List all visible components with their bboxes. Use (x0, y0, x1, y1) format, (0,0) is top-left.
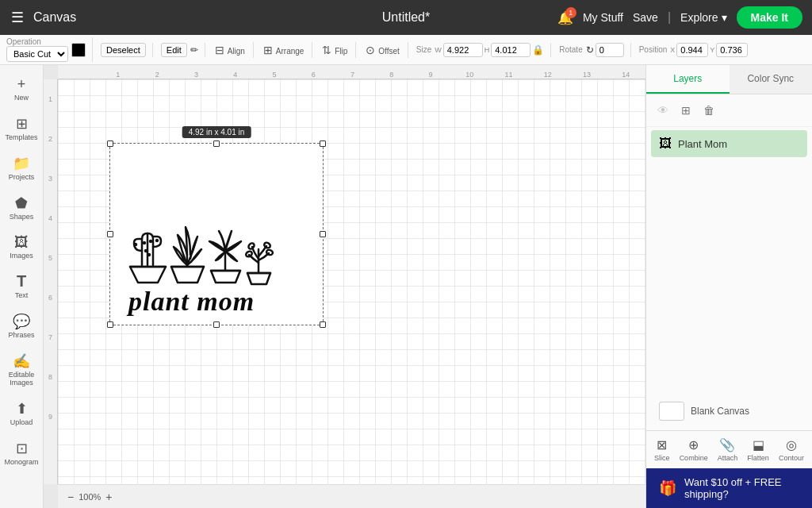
pencil-icon: ✏ (190, 44, 198, 56)
layer-item-icon: 🖼 (659, 137, 672, 151)
toolbar-offset: ⊙ Offset (364, 42, 408, 58)
sidebar-item-upload-label: Upload (10, 419, 33, 427)
toolbar-arrange: ⊞ Arrange (262, 42, 312, 58)
notification-bell[interactable]: 🔔 1 (557, 10, 573, 25)
align-icon: ⊟ (215, 44, 224, 56)
canvas-area[interactable]: 1 2 3 4 5 6 7 8 9 10 11 12 13 14 1 2 3 4… (44, 65, 645, 508)
tab-color-sync[interactable]: Color Sync (730, 65, 813, 94)
layer-item-label: Plant Mom (678, 138, 727, 150)
operation-label: Operation (6, 37, 68, 46)
operation-select[interactable]: Basic Cut (6, 46, 68, 62)
lock-icon[interactable]: 🔒 (532, 44, 544, 56)
zoom-percent: 100% (79, 492, 101, 502)
deselect-button[interactable]: Deselect (101, 43, 146, 57)
slice-button[interactable]: ⊠ Slice (654, 437, 670, 462)
layer-hide-button[interactable]: 👁 (654, 101, 672, 120)
edit-button[interactable]: Edit (161, 43, 187, 57)
rotate-icon: ↻ (586, 44, 594, 56)
zoom-in-button[interactable]: + (105, 491, 112, 503)
promo-text: Want $10 off + FREE shipping? (684, 476, 799, 500)
explore-button[interactable]: Explore ▾ (680, 11, 726, 24)
sidebar-item-templates[interactable]: ⊞ Templates (2, 110, 40, 147)
sidebar-item-projects-label: Projects (9, 174, 35, 182)
sidebar-item-images[interactable]: 🖼 Images (2, 229, 40, 265)
sidebar-item-monogram[interactable]: ⊡ Monogram (2, 435, 40, 471)
zoom-out-button[interactable]: − (67, 491, 74, 503)
contour-icon: ◎ (786, 437, 797, 452)
handle-top-left[interactable] (107, 140, 113, 147)
flatten-button[interactable]: ⬓ Flatten (747, 437, 769, 462)
attach-icon: 📎 (719, 437, 735, 452)
sidebar-item-text[interactable]: T Text (2, 267, 40, 305)
layer-bottom-actions: ⊠ Slice ⊕ Combine 📎 Attach ⬓ Flatten ◎ C… (646, 430, 812, 468)
attach-button[interactable]: 📎 Attach (718, 437, 738, 462)
handle-top-mid[interactable] (213, 140, 220, 147)
handle-bottom-right[interactable] (320, 321, 326, 328)
svg-text:plant mom: plant mom (126, 287, 255, 316)
combine-button[interactable]: ⊕ Combine (680, 437, 708, 462)
toolbar-rotate: Rotate ↻ (559, 43, 630, 57)
make-it-button[interactable]: Make It (737, 6, 802, 29)
arrange-icon: ⊞ (263, 44, 273, 56)
sidebar-item-new[interactable]: + New (2, 71, 40, 107)
position-label: Position (639, 45, 668, 54)
sidebar-item-monogram-label: Monogram (4, 459, 38, 467)
rotate-input[interactable] (596, 43, 624, 57)
handle-right-mid[interactable] (320, 231, 326, 237)
menu-icon[interactable]: ☰ (10, 7, 25, 28)
flip-button[interactable]: ⇅ Flip (320, 42, 349, 58)
sidebar-item-projects[interactable]: 📁 Projects (2, 150, 40, 187)
handle-left-mid[interactable] (107, 231, 113, 237)
toolbar-size: Size W H 🔒 (416, 43, 551, 57)
toolbar-align: ⊟ Align (213, 42, 254, 58)
pos-x-input[interactable] (676, 43, 708, 57)
sidebar-item-editable[interactable]: ✍ Editable Images (2, 348, 40, 392)
svg-point-7 (156, 240, 158, 241)
images-icon: 🖼 (14, 234, 29, 251)
left-sidebar: + New ⊞ Templates 📁 Projects ⬟ Shapes 🖼 … (0, 65, 44, 508)
design-selection-box[interactable]: 4.92 in x 4.01 in (109, 143, 324, 325)
svg-point-4 (145, 250, 147, 252)
handle-bottom-mid[interactable] (213, 321, 220, 328)
toolbar-operation: Operation Basic Cut (6, 37, 93, 62)
blank-canvas-swatch (659, 402, 684, 421)
sidebar-item-images-label: Images (10, 252, 33, 260)
layer-delete-button[interactable]: 🗑 (700, 101, 718, 120)
sidebar-item-shapes[interactable]: ⬟ Shapes (2, 190, 40, 226)
blank-canvas-row: Blank Canvas (651, 395, 807, 427)
flatten-icon: ⬓ (753, 437, 764, 452)
handle-top-right[interactable] (320, 140, 326, 147)
offset-button[interactable]: ⊙ Offset (364, 42, 400, 58)
sidebar-item-text-label: Text (15, 292, 29, 300)
toolbar-deselect: Deselect (101, 43, 153, 57)
save-button[interactable]: Save (633, 11, 658, 24)
zoom-bar: − 100% + (58, 484, 645, 508)
sidebar-item-new-label: New (14, 94, 29, 102)
design-dimensions-label: 4.92 in x 4.01 in (182, 126, 251, 138)
plus-icon: + (17, 76, 26, 93)
offset-icon: ⊙ (366, 44, 375, 56)
app-title: Canvas (33, 10, 76, 25)
handle-bottom-left[interactable] (107, 321, 113, 328)
svg-point-3 (150, 241, 151, 242)
svg-point-16 (266, 249, 273, 256)
color-swatch[interactable] (71, 43, 86, 57)
tab-layers[interactable]: Layers (646, 65, 730, 94)
sidebar-item-phrases[interactable]: 💬 Phrases (2, 308, 40, 344)
sidebar-item-upload[interactable]: ⬆ Upload (2, 395, 40, 432)
size-w-input[interactable] (443, 43, 483, 57)
promo-banner[interactable]: 🎁 Want $10 off + FREE shipping? (646, 468, 812, 508)
pos-y-input[interactable] (716, 43, 748, 57)
toolbar-edit: Edit ✏ (161, 43, 205, 57)
contour-button[interactable]: ◎ Contour (779, 437, 804, 462)
layer-item-plant-mom[interactable]: 🖼 Plant Mom (651, 130, 807, 157)
ruler-top: 1 2 3 4 5 6 7 8 9 10 11 12 13 14 (58, 65, 645, 79)
phrases-icon: 💬 (13, 313, 30, 330)
layer-duplicate-button[interactable]: ⊞ (678, 101, 694, 120)
arrange-button[interactable]: ⊞ Arrange (262, 42, 305, 58)
align-button[interactable]: ⊟ Align (213, 42, 247, 58)
top-navigation: ☰ Canvas Untitled* 🔔 1 My Stuff Save | E… (0, 0, 812, 35)
plant-mom-design: plant mom (114, 148, 320, 322)
size-h-input[interactable] (491, 43, 530, 57)
my-stuff-button[interactable]: My Stuff (583, 11, 623, 24)
